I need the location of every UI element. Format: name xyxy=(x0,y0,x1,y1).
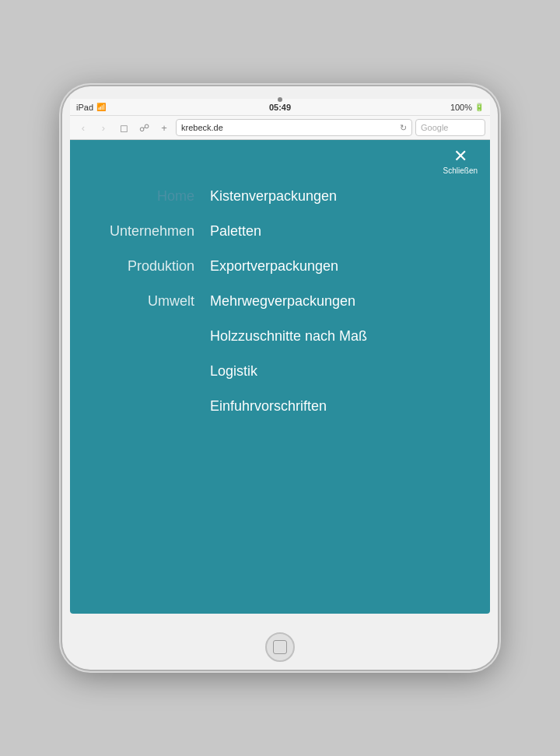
search-bar[interactable]: Google xyxy=(415,119,485,136)
ipad-frame: iPad 📶 05:49 100% 🔋 ‹ › ◻ ☍ + krebeck.de… xyxy=(62,86,498,670)
status-right: 100% 🔋 xyxy=(348,103,484,112)
menu-item-kistenverpackungen[interactable]: Kistenverpackungen xyxy=(210,179,337,214)
close-label: Schließen xyxy=(443,166,478,175)
url-bar[interactable]: krebeck.de ↻ xyxy=(176,119,412,136)
screen: iPad 📶 05:49 100% 🔋 ‹ › ◻ ☍ + krebeck.de… xyxy=(70,99,490,614)
back-button[interactable]: ‹ xyxy=(75,119,92,136)
menu-item-exportverpackungen[interactable]: Exportverpackungen xyxy=(210,249,338,284)
url-text: krebeck.de xyxy=(181,123,223,132)
menu-item-holzzuschnitte[interactable]: Holzzuschnitte nach Maß xyxy=(210,319,367,354)
forward-button[interactable]: › xyxy=(95,119,112,136)
menu-overlay: ✕ Schließen Home Unternehmen Produktion … xyxy=(70,140,490,614)
tab-button[interactable]: ◻ xyxy=(115,119,132,136)
battery-icon: 🔋 xyxy=(474,103,484,111)
search-placeholder: Google xyxy=(421,123,448,132)
home-button[interactable] xyxy=(265,632,295,662)
new-tab-button[interactable]: + xyxy=(156,119,173,136)
menu-item-einfuhrvorschriften[interactable]: Einfuhrvorschriften xyxy=(210,389,327,424)
status-bar: iPad 📶 05:49 100% 🔋 xyxy=(70,99,490,116)
status-left: iPad 📶 xyxy=(76,103,212,112)
ipad-label: iPad xyxy=(76,103,93,112)
menu-left: Home Unternehmen Produktion Umwelt xyxy=(86,179,210,590)
bookmark-button[interactable]: ☍ xyxy=(135,119,152,136)
menu-item-unternehmen[interactable]: Unternehmen xyxy=(110,214,194,249)
close-button[interactable]: ✕ Schließen xyxy=(443,148,478,175)
menu-item-home[interactable]: Home xyxy=(157,179,194,214)
wifi-icon: 📶 xyxy=(96,103,106,111)
menu-right: Kistenverpackungen Paletten Exportverpac… xyxy=(210,179,474,590)
menu-item-logistik[interactable]: Logistik xyxy=(210,354,257,389)
menu-item-umwelt[interactable]: Umwelt xyxy=(148,284,194,319)
status-time: 05:49 xyxy=(212,103,348,112)
battery-percent: 100% xyxy=(450,103,472,112)
menu-content: Home Unternehmen Produktion Umwelt Kiste… xyxy=(70,148,490,606)
refresh-icon[interactable]: ↻ xyxy=(400,123,407,133)
menu-item-paletten[interactable]: Paletten xyxy=(210,214,261,249)
browser-bar: ‹ › ◻ ☍ + krebeck.de ↻ Google xyxy=(70,116,490,140)
close-icon: ✕ xyxy=(453,148,467,165)
menu-item-produktion[interactable]: Produktion xyxy=(128,249,194,284)
menu-item-mehrwegverpackungen[interactable]: Mehrwegverpackungen xyxy=(210,284,355,319)
